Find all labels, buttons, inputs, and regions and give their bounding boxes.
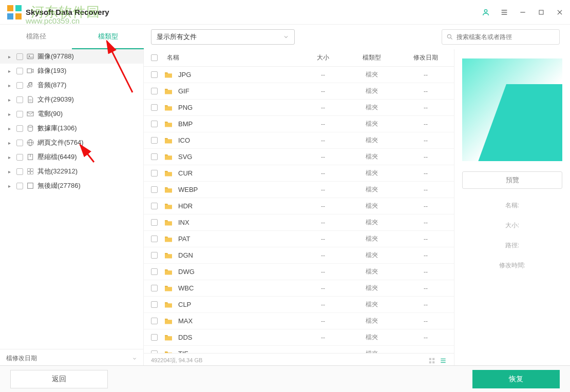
checkbox[interactable] (16, 96, 23, 103)
sidebar-item[interactable]: ▸ 圖像(97788) (0, 49, 143, 64)
filter-dropdown[interactable]: 显示所有文件 (151, 29, 295, 45)
file-date: -- (397, 71, 454, 79)
file-row[interactable]: SVG -- 檔夾 -- (144, 149, 454, 165)
close-icon[interactable] (556, 8, 564, 16)
other-icon (26, 167, 34, 175)
checkbox[interactable] (151, 285, 158, 291)
recover-button[interactable]: 恢复 (472, 370, 560, 388)
file-row[interactable]: INX -- 檔夾 -- (144, 214, 454, 231)
file-type: 檔夾 (346, 300, 397, 309)
file-row[interactable]: MAX -- 檔夾 -- (144, 313, 454, 329)
maximize-icon[interactable] (537, 8, 545, 16)
file-row[interactable]: WEBP -- 檔夾 -- (144, 182, 454, 198)
column-name[interactable]: 名稱 (167, 53, 300, 62)
checkbox[interactable] (16, 183, 23, 189)
file-row[interactable]: DDS -- 檔夾 -- (144, 329, 454, 346)
file-row[interactable]: DWG -- 檔夾 -- (144, 264, 454, 280)
checkbox[interactable] (151, 186, 158, 193)
checkbox[interactable] (151, 268, 158, 275)
checkbox[interactable] (16, 53, 23, 60)
sidebar-item[interactable]: ▸ 音频(877) (0, 78, 143, 92)
file-row[interactable]: JPG -- 檔夾 -- (144, 67, 454, 83)
folder-icon (164, 71, 173, 79)
sidebar-item[interactable]: ▸ 電郵(90) (0, 107, 143, 121)
checkbox[interactable] (151, 71, 158, 78)
file-name: PNG (178, 104, 300, 111)
file-row[interactable]: PAT -- 檔夾 -- (144, 231, 454, 247)
file-row[interactable]: CUR -- 檔夾 -- (144, 165, 454, 182)
checkbox[interactable] (16, 168, 23, 175)
grid-view-icon[interactable] (428, 357, 435, 364)
minimize-icon[interactable] (519, 8, 527, 16)
file-date: -- (397, 268, 454, 276)
file-row[interactable]: ICO -- 檔夾 -- (144, 132, 454, 149)
sidebar-item[interactable]: ▸ 網頁文件(5764) (0, 135, 143, 150)
file-type: 檔夾 (346, 317, 397, 325)
file-row[interactable]: DGN -- 檔夾 -- (144, 247, 454, 264)
column-type[interactable]: 檔類型 (346, 53, 397, 62)
checkbox[interactable] (151, 170, 158, 177)
folder-icon (164, 252, 173, 259)
checkbox[interactable] (151, 301, 158, 308)
checkbox[interactable] (151, 334, 158, 341)
file-size: -- (300, 121, 346, 128)
column-date[interactable]: 修改日期 (397, 53, 454, 62)
db-icon (26, 124, 34, 132)
user-icon[interactable] (482, 8, 490, 16)
back-button[interactable]: 返回 (10, 370, 108, 388)
sidebar-item[interactable]: ▸ 錄像(193) (0, 64, 143, 78)
menu-icon[interactable] (500, 8, 508, 16)
sidebar-item[interactable]: ▸ 壓縮檔(6449) (0, 150, 143, 164)
meta-time-label: 修改時間: (462, 261, 562, 270)
search-box[interactable] (442, 29, 560, 45)
sidebar-item[interactable]: ▸ 文件(29039) (0, 92, 143, 107)
checkbox[interactable] (151, 88, 158, 94)
checkbox[interactable] (151, 203, 158, 209)
checkbox[interactable] (151, 252, 158, 259)
file-name: JPG (178, 71, 300, 79)
folder-icon (164, 268, 173, 276)
file-row[interactable]: GIF -- 檔夾 -- (144, 83, 454, 100)
checkbox[interactable] (151, 121, 158, 127)
image-icon (26, 52, 34, 61)
tab-type[interactable]: 檔類型 (72, 25, 144, 49)
file-row[interactable]: TIF -- 檔夾 -- (144, 346, 454, 353)
file-row[interactable]: BMP -- 檔夾 -- (144, 116, 454, 132)
checkbox[interactable] (16, 111, 23, 117)
checkbox[interactable] (151, 104, 158, 111)
checkbox[interactable] (151, 153, 158, 160)
svg-point-4 (484, 9, 487, 12)
file-date: -- (397, 318, 454, 325)
file-row[interactable]: CLP -- 檔夾 -- (144, 297, 454, 313)
file-date: -- (397, 170, 454, 177)
tab-path[interactable]: 檔路径 (0, 25, 72, 49)
list-view-icon[interactable] (440, 357, 447, 364)
sidebar-item[interactable]: ▸ 數據庫(1306) (0, 121, 143, 135)
preview-button[interactable]: 預覽 (462, 171, 562, 189)
checkbox[interactable] (151, 318, 158, 324)
file-row[interactable]: WBC -- 檔夾 -- (144, 280, 454, 297)
file-row[interactable]: HDR -- 檔夾 -- (144, 198, 454, 214)
search-icon (446, 33, 453, 41)
checkbox[interactable] (16, 125, 23, 132)
mail-icon (26, 110, 34, 118)
checkbox[interactable] (16, 154, 23, 161)
folder-icon (164, 104, 173, 111)
checkbox[interactable] (151, 137, 158, 144)
checkbox[interactable] (151, 219, 158, 226)
svg-rect-2 (7, 13, 13, 19)
checkbox[interactable] (16, 140, 23, 146)
checkbox[interactable] (16, 68, 23, 74)
file-name: CLP (178, 301, 300, 308)
file-row[interactable]: PNG -- 檔夾 -- (144, 100, 454, 116)
search-input[interactable] (457, 33, 555, 41)
checkbox[interactable] (16, 82, 23, 89)
sidebar-item[interactable]: ▸ 其他(322912) (0, 164, 143, 179)
file-date: -- (397, 236, 454, 243)
sidebar-footer-sort[interactable]: 檔修改日期 (0, 349, 143, 367)
sidebar-item[interactable]: ▸ 無後綴(27786) (0, 179, 143, 193)
file-type: 檔夾 (346, 333, 397, 342)
checkbox[interactable] (151, 236, 158, 242)
select-all-checkbox[interactable] (151, 54, 158, 61)
column-size[interactable]: 大小 (300, 53, 346, 62)
